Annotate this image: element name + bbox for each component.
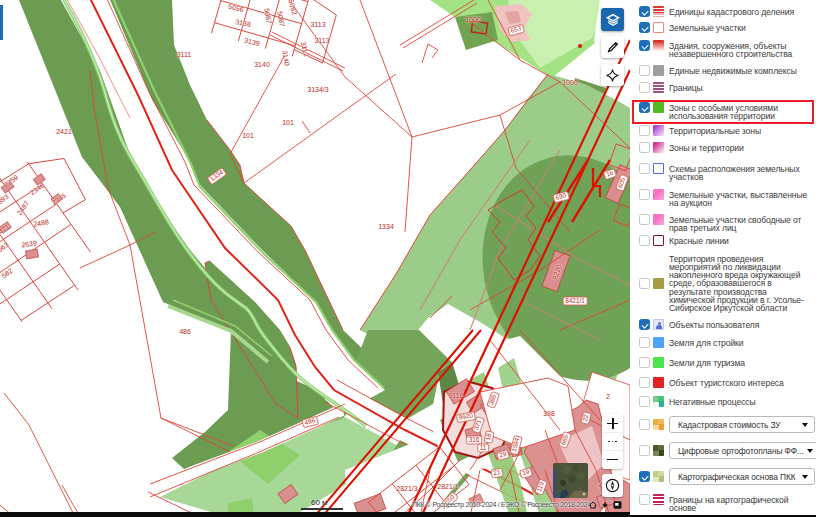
cadastral-map[interactable]: 2421225923462345393248724884712639663582…: [0, 0, 630, 517]
layers-button[interactable]: [601, 8, 624, 31]
star-tool-icon[interactable]: [601, 501, 609, 509]
collapsed-search-strip[interactable]: [0, 5, 3, 40]
home-icon[interactable]: [589, 501, 597, 509]
layer-row-6: Территориальные зоны: [639, 125, 815, 136]
layers-panel: Единицы кадастрового деленияЗемельные уч…: [630, 0, 816, 517]
pink-fill-swatch-icon: [653, 189, 664, 200]
layer-row-7: Зоны и территории: [639, 142, 815, 153]
layer-checkbox[interactable]: [639, 125, 650, 136]
layer-row-13: Объекты пользователя: [639, 319, 815, 330]
layer-checkbox[interactable]: [639, 82, 650, 93]
map-attribution: ПКК © Росреестр 2010-2024 / ЕЭКО © Росре…: [412, 501, 591, 508]
layer-row-19: Цифровые ортофотопланы ФФ...: [639, 445, 815, 459]
scale-bar: 60 м: [301, 498, 343, 510]
layer-checkbox[interactable]: [639, 278, 650, 289]
zoom-controls: [602, 414, 623, 469]
mini-toolbar: [589, 501, 622, 509]
layer-label: Негативные процессы: [669, 396, 756, 406]
layer-checkbox[interactable]: [639, 396, 650, 407]
chevron-down-icon: [807, 449, 813, 453]
flag-icon[interactable]: [613, 501, 622, 509]
layer-checkbox[interactable]: [639, 142, 650, 153]
layer-checkbox[interactable]: [639, 419, 650, 430]
layer-checkbox[interactable]: [639, 65, 650, 76]
layer-row-18: Кадастровая стоимость ЗУ: [639, 419, 815, 433]
map-label: 1000: [562, 79, 578, 86]
pink-fill-swatch-icon: [653, 214, 664, 225]
layer-label: Земли для туризма: [669, 357, 745, 367]
layer-label: Зоны с особыми условиямииспользования те…: [669, 102, 778, 120]
layer-row-10: Земельные участки свободные отправ треть…: [639, 214, 815, 232]
layer-row-8: Схемы расположения земельныхучастков: [639, 163, 815, 181]
green-bright-fill-swatch-icon: [653, 357, 664, 368]
zoom-more-button[interactable]: [602, 432, 623, 450]
layer-row-0: Единицы кадастрового деления: [639, 6, 815, 17]
map-label: 3134/3: [307, 86, 328, 93]
map-label: 101: [242, 132, 254, 139]
layer-label: Объект туристского интереса: [669, 377, 784, 387]
satellite-preview[interactable]: [553, 463, 588, 498]
layer-row-5: Зоны с особыми условиямииспользования те…: [639, 102, 815, 120]
layer-row-15: Земли для туризма: [639, 357, 815, 368]
map-label: 3140: [254, 61, 270, 68]
layer-checkbox[interactable]: [639, 22, 650, 33]
layer-label: Объекты пользователя: [669, 319, 759, 329]
layer-checkbox[interactable]: [639, 6, 650, 17]
layer-label: Здания, сооружения, объектынезавершенног…: [669, 40, 792, 58]
layer-checkbox[interactable]: [639, 102, 650, 113]
red-stripes-swatch-icon: [653, 6, 664, 17]
layer-checkbox[interactable]: [639, 377, 650, 388]
user-person-icon: [658, 322, 661, 325]
map-label: 2: [606, 393, 610, 400]
layer-select[interactable]: Цифровые ортофотопланы ФФ...: [669, 442, 816, 459]
map-label: 2821/3: [396, 485, 417, 492]
locate-button[interactable]: [602, 474, 623, 497]
layer-checkbox[interactable]: [639, 357, 650, 368]
layer-row-2: Здания, сооружения, объектынезавершенног…: [639, 40, 815, 58]
layer-checkbox[interactable]: [639, 337, 650, 348]
map-label: 3113: [314, 37, 329, 44]
layer-row-4: Границы: [639, 82, 815, 93]
minus-icon: [607, 459, 618, 461]
four-point-star-icon: [605, 68, 620, 83]
draw-button[interactable]: [601, 36, 624, 58]
layer-checkbox[interactable]: [639, 235, 650, 246]
map-pill-label: 11: [477, 444, 489, 453]
layer-label: Земельные участки свободные отправ треть…: [669, 214, 801, 232]
layer-checkbox[interactable]: [639, 471, 650, 482]
layer-checkbox[interactable]: [639, 214, 650, 225]
layer-label: Единые недвижимые комплексы: [669, 65, 797, 75]
layer-checkbox[interactable]: [639, 189, 650, 200]
layer-label: Зоны и территории: [669, 142, 744, 152]
map-canvas: [0, 0, 630, 517]
crimson-stripes-swatch-icon: [653, 494, 664, 505]
magenta-gradient-swatch-icon: [653, 142, 664, 153]
layer-label: Единицы кадастрового деления: [669, 6, 794, 16]
bottom-black-bar: [0, 512, 630, 517]
olive-fill-swatch-icon: [653, 278, 664, 289]
layer-select[interactable]: Кадастровая стоимость ЗУ: [669, 416, 815, 433]
map-label: 2821/1: [437, 483, 458, 490]
orange-mosaic-swatch-icon: [653, 419, 664, 430]
layer-row-9: Земельные участки, выставленныена аукцио…: [639, 189, 815, 207]
chevron-down-icon: [802, 475, 808, 479]
zoom-in-button[interactable]: [602, 414, 623, 432]
layer-row-3: Единые недвижимые комплексы: [639, 65, 815, 76]
layer-select[interactable]: Картографическая основа ПКК: [669, 468, 815, 485]
layer-checkbox[interactable]: [639, 40, 650, 51]
blue-fill-swatch-icon: [653, 337, 664, 348]
scale-bar-line: [301, 508, 343, 510]
zoom-out-button[interactable]: [602, 450, 623, 468]
layer-checkbox[interactable]: [639, 494, 650, 505]
layer-label: Земля для стройки: [669, 337, 743, 347]
layer-row-1: Земельные участки: [639, 22, 815, 33]
layer-select-value: Цифровые ортофотопланы ФФ...: [678, 446, 804, 456]
layer-label: Красные линии: [669, 235, 729, 245]
layer-checkbox[interactable]: [639, 163, 650, 174]
layer-checkbox[interactable]: [639, 319, 650, 330]
layer-checkbox[interactable]: [639, 445, 650, 456]
teal-mosaic-swatch-icon: [653, 396, 664, 407]
measure-button[interactable]: [601, 64, 624, 86]
layer-row-14: Земля для стройки: [639, 337, 815, 348]
map-label: 1334: [378, 223, 394, 230]
